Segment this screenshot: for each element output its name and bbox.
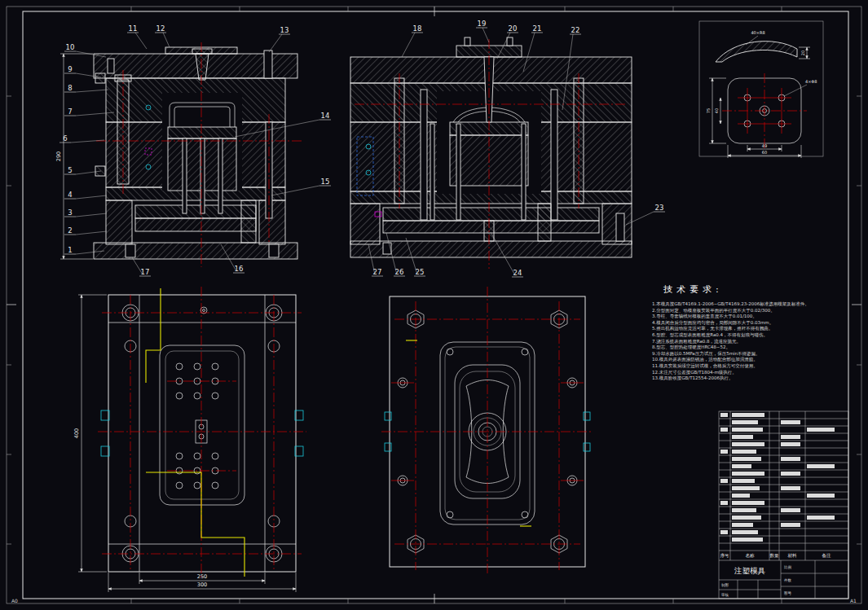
section-height-dim: 290 bbox=[55, 54, 93, 259]
sheet-zone-label-left: A0 bbox=[11, 598, 18, 603]
parts-list-table: 序号 名称 数量 材料 备注 注塑模具 制图 审核 比例 件数 图号 bbox=[719, 411, 848, 599]
detail-dim-holes: 4×Φ8 bbox=[805, 79, 817, 84]
tech-requirement-line: 13.模具验收按GB/T12554-2006执行。 bbox=[652, 375, 854, 382]
detail-dim-h1: 75 bbox=[706, 108, 711, 113]
svg-text:20: 20 bbox=[509, 24, 518, 33]
svg-text:5: 5 bbox=[68, 166, 72, 174]
title-block-label-checker: 审核 bbox=[721, 593, 729, 597]
bom-header-name: 名称 bbox=[746, 553, 756, 558]
tech-requirement-line: 4.模具闭合后分型面应均匀密合，局部间隙不大于0.03mm。 bbox=[652, 320, 854, 327]
svg-text:19: 19 bbox=[478, 20, 487, 28]
svg-text:17: 17 bbox=[141, 268, 150, 276]
detail-view: 40×R8 20 75 40 49 60 4×Φ8 bbox=[699, 21, 823, 158]
svg-text:12: 12 bbox=[156, 24, 165, 33]
svg-text:14: 14 bbox=[321, 112, 330, 120]
left-section-view bbox=[94, 42, 303, 267]
svg-text:8: 8 bbox=[68, 84, 72, 92]
title-block-label-scale: 比例 bbox=[784, 565, 792, 570]
svg-text:3: 3 bbox=[68, 208, 72, 217]
title-block-label-qty: 件数 bbox=[783, 578, 792, 582]
balloon-callout: 13 bbox=[269, 26, 290, 52]
tech-requirement-line: 8.型芯、型腔热处理硬度HRC48~52。 bbox=[652, 344, 854, 351]
balloon-callout: 8 bbox=[64, 84, 108, 92]
plan-view-left: 400 250 300 bbox=[73, 287, 306, 592]
svg-text:4: 4 bbox=[68, 191, 72, 199]
balloon-callout: 18 bbox=[402, 24, 423, 57]
svg-text:22: 22 bbox=[571, 26, 580, 34]
bom-header-index: 序号 bbox=[720, 553, 730, 559]
tech-requirement-line: 2.分型面对定、动模座板安装平面的平行度不大于0.02/300。 bbox=[652, 308, 854, 314]
balloon-callout: 11 bbox=[127, 24, 147, 49]
drawing-canvas: A0 A1 bbox=[0, 0, 868, 610]
balloon-callout: 4 bbox=[64, 191, 107, 199]
svg-text:6: 6 bbox=[63, 134, 67, 143]
bom-header-qty: 数量 bbox=[770, 553, 780, 558]
detail-dim-top: 40×R8 bbox=[751, 30, 764, 35]
detail-dim-h2: 40 bbox=[714, 108, 719, 113]
svg-text:10: 10 bbox=[66, 43, 75, 51]
svg-text:2: 2 bbox=[68, 226, 72, 235]
tech-requirement-line: 12.未注尺寸公差按GB/T1804-m级执行。 bbox=[652, 370, 854, 376]
tech-requirement-line: 5.推出机构运动应灵活可靠，无卡滞现象，推杆不得有翘曲。 bbox=[652, 326, 854, 332]
svg-text:24: 24 bbox=[513, 269, 522, 277]
plan-width1-dim: 250 bbox=[197, 573, 207, 580]
right-section-view bbox=[350, 37, 632, 269]
svg-text:9: 9 bbox=[68, 65, 72, 73]
svg-text:290: 290 bbox=[55, 151, 62, 161]
tech-requirement-line: 9.冷却水路以0.5MPa压力试压，保压5min不得渗漏。 bbox=[652, 351, 854, 358]
title-block-label-drafter: 制图 bbox=[721, 583, 729, 587]
detail-dim-w2: 60 bbox=[762, 150, 767, 155]
svg-text:11: 11 bbox=[129, 24, 138, 33]
tech-requirement-line: 1.本模具按GB/T4169.1-2006~GB/T4169.23-2006标准… bbox=[652, 301, 854, 308]
tech-requirement-line: 3.导柱、导套轴线对模板的垂直度不大于0.01/100。 bbox=[652, 314, 854, 320]
sheet-zone-label-right: A1 bbox=[850, 598, 857, 603]
svg-text:16: 16 bbox=[235, 265, 244, 273]
svg-text:1: 1 bbox=[68, 246, 72, 254]
bom-header-note: 备注 bbox=[822, 553, 832, 558]
tech-requirement-line: 10.模具外露表面涂防锈油，活动配合部位加润滑脂。 bbox=[652, 357, 854, 363]
title-block-label-dwgno: 图号 bbox=[784, 591, 792, 595]
tech-requirement-line: 6.型腔、型芯成型表面粗糙度Ra0.4，不得有划痕与碰伤。 bbox=[652, 332, 854, 339]
balloon-callout: 3 bbox=[64, 208, 107, 217]
drawing-title: 注塑模具 bbox=[734, 566, 766, 575]
tech-requirement-line: 11.模具安装后须空运转试模，合格后方可交付使用。 bbox=[652, 363, 854, 370]
svg-text:21: 21 bbox=[533, 24, 542, 33]
balloon-callout: 12 bbox=[155, 24, 170, 47]
detail-dim-w1: 49 bbox=[762, 143, 767, 148]
bom-header-material: 材料 bbox=[787, 553, 798, 559]
plan-width2-dim: 300 bbox=[197, 581, 207, 588]
balloon-callout: 17 bbox=[132, 257, 151, 276]
svg-text:23: 23 bbox=[655, 204, 664, 212]
plan-height-dim: 400 bbox=[73, 428, 80, 438]
svg-text:15: 15 bbox=[321, 178, 330, 186]
balloon-callout: 19 bbox=[476, 20, 489, 42]
plan-view-center bbox=[381, 287, 593, 575]
tech-requirement-line: 7.浇注系统表面粗糙度Ra0.8，流道应抛光。 bbox=[652, 339, 854, 345]
balloon-callout: 2 bbox=[64, 226, 107, 235]
technical-requirements: 技术要求: 1.本模具按GB/T4169.1-2006~GB/T4169.23-… bbox=[652, 283, 854, 382]
svg-text:7: 7 bbox=[68, 108, 72, 116]
svg-text:13: 13 bbox=[280, 26, 289, 34]
svg-text:18: 18 bbox=[413, 24, 422, 33]
balloon-callout: 6 bbox=[59, 134, 104, 143]
detail-dim-side: 20 bbox=[800, 50, 805, 55]
tech-requirements-title: 技术要求: bbox=[663, 283, 854, 296]
